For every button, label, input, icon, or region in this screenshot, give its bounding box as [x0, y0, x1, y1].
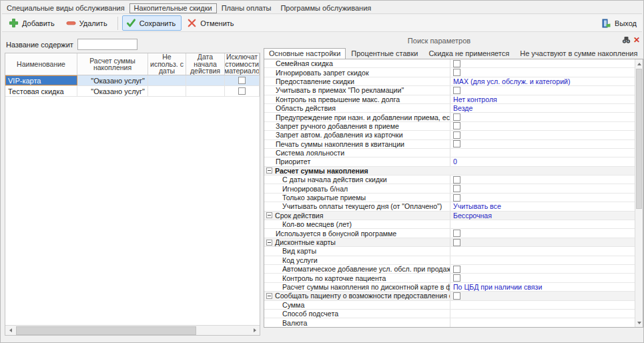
settings-tab-2[interactable]: Процентные ставки	[346, 48, 423, 59]
property-checkbox[interactable]	[453, 274, 460, 282]
cell-calc-method[interactable]: "Оказано услуг"	[77, 75, 148, 85]
property-value[interactable]: Везде	[450, 104, 635, 112]
property-group-row[interactable]: Срок действияБессрочная	[264, 212, 635, 220]
table-row[interactable]: Тестовая скидка"Оказано услуг"	[5, 86, 260, 97]
property-value[interactable]	[450, 176, 635, 184]
property-row[interactable]: Предоставление скидкиMAX (для усл. обслу…	[264, 77, 635, 86]
scroll-down-button[interactable]	[635, 318, 643, 327]
property-row[interactable]: Сумма	[264, 301, 635, 310]
column-header-2[interactable]: Расчет суммы накопления	[77, 53, 148, 75]
property-checkbox[interactable]	[453, 122, 460, 129]
exclude-materials-checkbox[interactable]	[238, 87, 246, 95]
property-value[interactable]	[450, 274, 635, 282]
cancel-button[interactable]: Отменить	[183, 15, 240, 31]
property-row[interactable]: Кол-во месяцев (лет)	[264, 220, 635, 229]
property-value[interactable]	[450, 220, 635, 228]
property-row[interactable]: С даты начала действия скидки	[264, 176, 635, 184]
property-row[interactable]: Контроль на превышение макс. долгаНет ко…	[264, 95, 635, 104]
property-row[interactable]: Учитывать оплаты текущего дня (от "Оплач…	[264, 202, 635, 211]
property-value[interactable]	[450, 265, 635, 273]
property-row[interactable]: Игнорировать б/нал	[264, 184, 635, 193]
cell-name[interactable]: VIP-карта	[5, 75, 77, 85]
scroll-left-button[interactable]	[5, 326, 15, 336]
vertical-scroll-thumb[interactable]	[636, 69, 642, 209]
column-header-1[interactable]: Наименование	[5, 53, 77, 75]
property-value[interactable]	[450, 194, 635, 202]
collapse-expander-icon[interactable]	[266, 240, 272, 246]
property-value[interactable]	[450, 184, 635, 192]
property-row[interactable]: Код услуги	[264, 256, 635, 265]
cell-exclude-materials[interactable]	[225, 86, 260, 96]
property-checkbox[interactable]	[453, 266, 460, 273]
module-tab-2[interactable]: Накопительные скидки	[129, 3, 217, 13]
property-row[interactable]: Контроль по карточке пациента	[264, 274, 635, 282]
property-row[interactable]: Система лояльности	[264, 149, 635, 157]
property-group-row[interactable]: Дисконтные карты	[264, 238, 635, 247]
scroll-up-button[interactable]	[635, 59, 643, 68]
property-row[interactable]: Предупреждение при назн. и добавлении пр…	[264, 113, 635, 121]
property-value[interactable]	[450, 247, 635, 255]
binoculars-search-icon[interactable]	[622, 36, 631, 44]
property-row[interactable]: Запрет автом. добавления из карточки	[264, 131, 635, 139]
property-checkbox[interactable]	[453, 60, 460, 67]
property-row[interactable]: Учитывать в приемах "По рекламации"	[264, 86, 635, 95]
horizontal-scroll-thumb[interactable]	[16, 326, 196, 335]
column-header-5[interactable]: Исключат стоимости материало	[225, 53, 260, 75]
cell-start-date[interactable]	[186, 75, 225, 85]
property-checkbox[interactable]	[453, 194, 460, 202]
settings-tab-1[interactable]: Основные настройки	[264, 48, 346, 59]
property-checkbox[interactable]	[453, 230, 460, 237]
name-filter-input[interactable]	[77, 39, 137, 50]
property-checkbox[interactable]	[453, 131, 460, 139]
property-value[interactable]	[450, 113, 635, 121]
cell-calc-method[interactable]: "Оказано услуг"	[77, 86, 148, 96]
property-value[interactable]	[450, 238, 635, 246]
module-tab-3[interactable]: Планы оплаты	[217, 3, 276, 13]
delete-button[interactable]: Удалить	[62, 15, 113, 31]
property-value[interactable]	[450, 59, 635, 67]
collapse-expander-icon[interactable]	[266, 167, 272, 174]
property-checkbox[interactable]	[453, 69, 460, 76]
property-checkbox[interactable]	[453, 87, 460, 94]
property-value[interactable]: Нет контроля	[450, 95, 635, 103]
property-value[interactable]	[450, 86, 635, 94]
property-row[interactable]: Вид карты	[264, 247, 635, 256]
cell-exclude-materials[interactable]	[225, 75, 260, 85]
collapse-expander-icon[interactable]	[266, 212, 272, 218]
add-button[interactable]: Добавить	[5, 15, 61, 31]
collapse-expander-icon[interactable]	[266, 293, 272, 299]
exclude-materials-checkbox[interactable]	[238, 77, 246, 84]
property-checkbox[interactable]	[453, 140, 460, 147]
module-tab-4[interactable]: Программы обслуживания	[276, 3, 376, 13]
module-tab-1[interactable]: Специальные виды обслуживания	[2, 3, 129, 13]
column-header-3[interactable]: Не использ. с даты	[148, 53, 186, 75]
exit-button[interactable]: Выход	[598, 17, 639, 30]
cell-not-used-from[interactable]	[148, 86, 186, 96]
discounts-table[interactable]: НаименованиеРасчет суммы накопленияНе ис…	[5, 53, 260, 336]
property-value[interactable]	[450, 256, 635, 264]
property-value[interactable]	[450, 229, 635, 237]
cell-start-date[interactable]	[186, 86, 225, 96]
property-row[interactable]: Способ подсчета	[264, 310, 635, 318]
property-checkbox[interactable]	[453, 239, 460, 246]
property-group-row[interactable]: Сообщать пациенту о возможности предоста…	[264, 292, 635, 300]
property-value[interactable]: Учитывать все	[450, 202, 635, 210]
property-value[interactable]	[450, 131, 635, 139]
property-checkbox[interactable]	[453, 176, 460, 184]
property-row[interactable]: Приоритет0	[264, 157, 635, 166]
property-row[interactable]: Запрет ручного добавления в приеме	[264, 122, 635, 131]
property-value[interactable]	[450, 310, 635, 318]
property-row[interactable]: Область действияВезде	[264, 104, 635, 113]
horizontal-scrollbar[interactable]	[5, 325, 260, 335]
property-value[interactable]	[450, 301, 635, 309]
property-value[interactable]: Бессрочная	[450, 212, 635, 220]
property-row[interactable]: Автоматическое добавление усл. обсл. при…	[264, 265, 635, 274]
column-header-4[interactable]: Дата начала действия	[186, 53, 225, 75]
property-value[interactable]	[450, 140, 635, 148]
clear-search-icon[interactable]: ✕	[633, 36, 640, 44]
cell-not-used-from[interactable]	[148, 75, 186, 85]
property-checkbox[interactable]	[453, 292, 460, 300]
property-checkbox[interactable]	[453, 113, 460, 121]
property-value[interactable]: По ЦБД при наличии связи	[450, 283, 635, 291]
property-row[interactable]: Печать суммы накопления в квитанции	[264, 140, 635, 149]
